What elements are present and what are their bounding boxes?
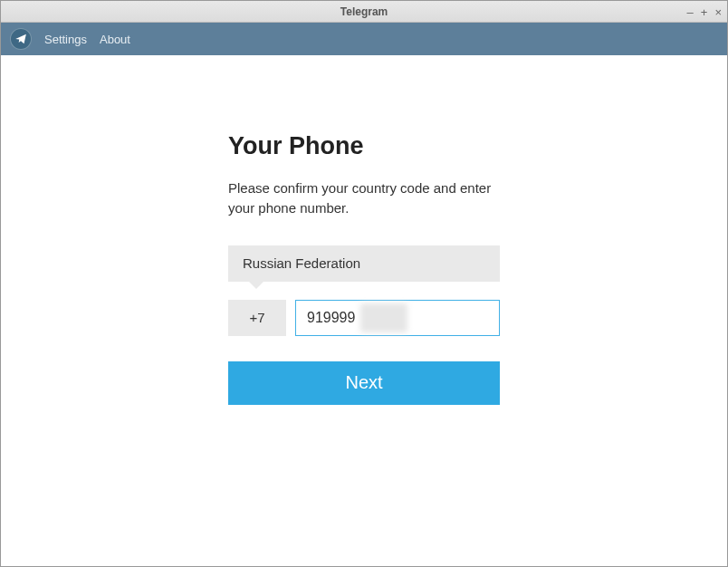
close-button[interactable]: ×: [714, 6, 722, 18]
titlebar[interactable]: Telegram – + ×: [1, 1, 727, 23]
minimize-button[interactable]: –: [687, 6, 694, 18]
content-area: Your Phone Please confirm your country c…: [1, 55, 727, 566]
maximize-button[interactable]: +: [701, 6, 708, 18]
instructions-text: Please confirm your country code and ent…: [228, 178, 500, 218]
window-controls: – + ×: [687, 1, 722, 23]
phone-input[interactable]: [295, 300, 500, 336]
menu-about[interactable]: About: [100, 33, 130, 46]
phone-input-wrap: [295, 300, 500, 336]
phone-row: +7: [228, 300, 500, 336]
dropdown-pointer-icon: [248, 281, 264, 289]
page-title: Your Phone: [228, 132, 500, 160]
country-code-box[interactable]: +7: [228, 300, 286, 336]
country-select[interactable]: Russian Federation: [228, 245, 500, 282]
next-button[interactable]: Next: [228, 361, 500, 405]
country-field[interactable]: Russian Federation: [228, 245, 500, 282]
login-form: Your Phone Please confirm your country c…: [228, 132, 500, 566]
telegram-icon: [10, 28, 32, 50]
window-title: Telegram: [340, 5, 388, 18]
menu-settings[interactable]: Settings: [44, 33, 87, 46]
app-window: Telegram – + × Settings About Your Phone…: [0, 0, 728, 567]
menubar: Settings About: [1, 23, 727, 55]
